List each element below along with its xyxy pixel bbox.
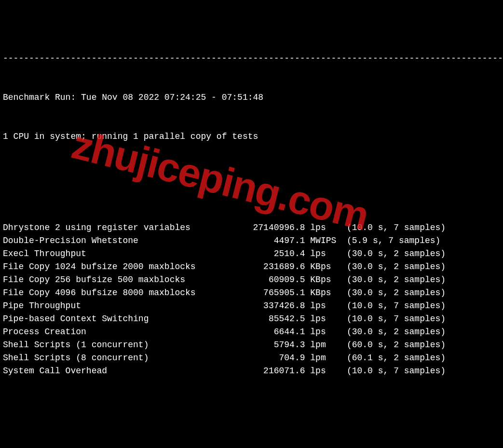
benchmark-run-line: Benchmark Run: Tue Nov 08 2022 07:24:25 … (3, 91, 500, 104)
test-result-row: Execl Throughput 2510.4 lps (30.0 s, 2 s… (3, 247, 500, 260)
test-result-row: Double-Precision Whetstone 4497.1 MWIPS … (3, 234, 500, 247)
test-result-row: Shell Scripts (8 concurrent) 704.9 lpm (… (3, 352, 500, 365)
test-result-row: File Copy 1024 bufsize 2000 maxblocks 23… (3, 260, 500, 273)
cpu-line: 1 CPU in system; running 1 parallel copy… (3, 130, 500, 143)
test-result-row: Pipe-based Context Switching 85542.5 lps… (3, 312, 500, 326)
test-result-row: Shell Scripts (1 concurrent) 5794.3 lpm … (3, 339, 500, 352)
test-result-row: Process Creation 6644.1 lps (30.0 s, 2 s… (3, 326, 500, 339)
test-result-row: File Copy 256 bufsize 500 maxblocks 6090… (3, 273, 500, 286)
blank-line (3, 417, 500, 430)
test-result-row: System Call Overhead 216071.6 lps (10.0 … (3, 365, 500, 378)
divider-dashes: ----------------------------------------… (3, 52, 500, 65)
blank-line (3, 169, 500, 182)
tests-block: Dhrystone 2 using register variables 271… (3, 221, 500, 378)
test-result-row: Dhrystone 2 using register variables 271… (3, 221, 500, 234)
test-result-row: File Copy 4096 bufsize 8000 maxblocks 76… (3, 286, 500, 299)
terminal-output: zhujiceping.com ------------------------… (0, 0, 503, 448)
test-result-row: Pipe Throughput 337426.8 lps (10.0 s, 7 … (3, 299, 500, 312)
